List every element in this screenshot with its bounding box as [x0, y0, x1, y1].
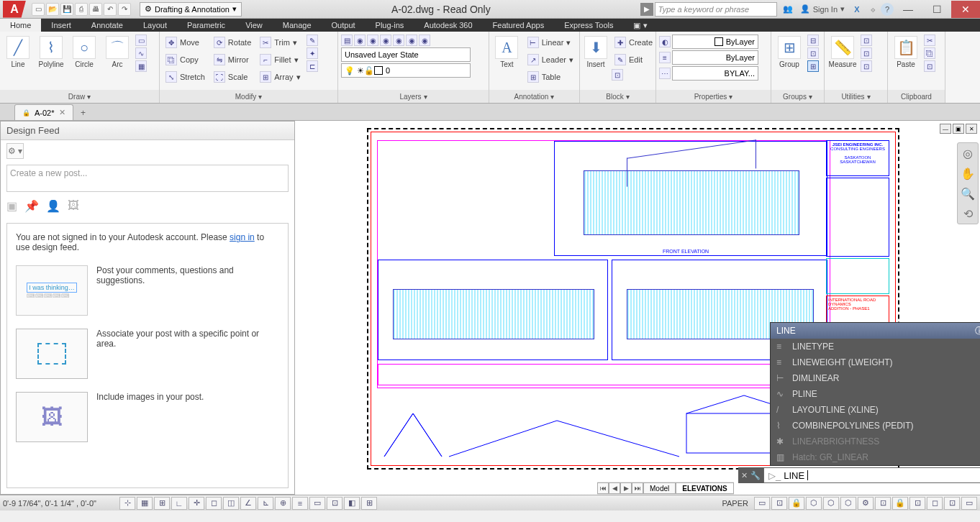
fillet-button[interactable]: ⌐Fillet ▾	[257, 52, 303, 68]
layer-icon[interactable]: ◉	[354, 35, 366, 46]
cmd-suggestion[interactable]: ⌇COMBINEPOLYLINES (PEDIT)	[771, 418, 980, 434]
cmdline-handle[interactable]: ✕🔧	[738, 467, 763, 483]
minimize-button[interactable]: —	[894, 1, 922, 18]
tpy-icon[interactable]: ▭	[309, 497, 325, 510]
vp-min-icon[interactable]: —	[940, 124, 951, 134]
grid-icon[interactable]: ⊞	[154, 497, 170, 510]
tab-autodesk360[interactable]: Autodesk 360	[414, 19, 482, 32]
stretch-button[interactable]: ⤡Stretch	[163, 69, 208, 85]
color-combo[interactable]: ByLayer	[672, 35, 758, 49]
zoom-icon[interactable]: 🔍	[958, 183, 978, 203]
drawing-viewport[interactable]: — ▣ ✕ ◎ ✋ 🔍 ⟲ FRONT ELEVATION	[295, 121, 980, 495]
tab-plugins[interactable]: Plug-ins	[366, 19, 414, 32]
sc-icon[interactable]: ◧	[344, 497, 360, 510]
help-icon[interactable]: ?	[881, 3, 894, 16]
layer-icon[interactable]: ◉	[393, 35, 404, 46]
polar-icon[interactable]: ✛	[189, 497, 204, 510]
annoscale-icon[interactable]: ⬡	[823, 497, 839, 510]
tab-manage[interactable]: Manage	[273, 19, 322, 32]
qp-icon[interactable]: ⊡	[327, 497, 342, 510]
sb-icon[interactable]: ⊡	[875, 497, 891, 510]
pan-icon[interactable]: ✋	[958, 163, 978, 183]
annoscale-icon[interactable]: ⬡	[840, 497, 856, 510]
layout-nav-next[interactable]: ▶	[620, 482, 632, 494]
layer-icon[interactable]: ◉	[419, 35, 430, 46]
group-button[interactable]: ⊞Group	[774, 35, 804, 70]
area-icon[interactable]: ▣	[6, 199, 17, 213]
tab-express-tools[interactable]: Express Tools	[554, 19, 623, 32]
new-tab-button[interactable]: +	[75, 106, 92, 120]
dyn-icon[interactable]: ⊕	[275, 497, 291, 510]
sb-icon[interactable]: 🔒	[892, 497, 908, 510]
workspace-selector[interactable]: ⚙ Drafting & Annotation ▾	[140, 2, 242, 17]
search-icon[interactable]: ▶	[640, 3, 653, 16]
vp-close-icon[interactable]: ✕	[966, 124, 977, 134]
leader-button[interactable]: ↗Leader ▾	[525, 52, 576, 68]
copy-button[interactable]: ⿻Copy	[163, 52, 208, 68]
move-button[interactable]: ✥Move	[163, 35, 208, 50]
cmd-suggestion[interactable]: /LAYOUTLINE (XLINE)	[771, 402, 980, 418]
orbit-icon[interactable]: ⟲	[958, 203, 978, 224]
copyclip-icon[interactable]: ⿻	[924, 47, 935, 59]
ungroup-icon[interactable]: ⊟	[807, 35, 819, 46]
search-input[interactable]: Type a keyword or phrase	[655, 2, 777, 17]
clip-icon[interactable]: ⊡	[924, 60, 935, 72]
tab-overflow-icon[interactable]: ▣ ▾	[623, 19, 657, 32]
close-icon[interactable]: ✕	[741, 471, 748, 480]
ortho-icon[interactable]: ∟	[171, 497, 187, 510]
exchange-icon[interactable]: X	[849, 2, 865, 17]
array-button[interactable]: ⊞Array ▾	[257, 69, 303, 85]
annoscale-icon[interactable]: ⬡	[806, 497, 822, 510]
trim-button[interactable]: ✂Trim ▾	[257, 35, 303, 50]
insert-button[interactable]: ⬇Insert	[583, 35, 609, 70]
dim-linear-button[interactable]: ⊢Linear ▾	[525, 35, 576, 50]
cmd-suggestion[interactable]: ∿PLINE	[771, 386, 980, 402]
sb-icon[interactable]: ▭	[754, 497, 770, 510]
layer-icon[interactable]: ◉	[406, 35, 417, 46]
erase-icon[interactable]: ✎	[307, 35, 318, 46]
layout-nav-first[interactable]: ⏮	[597, 482, 609, 494]
snap-icon[interactable]: ▦	[137, 497, 153, 510]
cmd-suggestion[interactable]: ≡LINETYPE	[771, 339, 980, 354]
qat-save-icon[interactable]: 💾	[60, 3, 73, 16]
pin-icon[interactable]: 📌	[24, 199, 39, 213]
circle-button[interactable]: ○Circle	[69, 35, 99, 70]
am-icon[interactable]: ⊞	[361, 497, 377, 510]
image-icon[interactable]: 🖼	[68, 199, 79, 213]
text-button[interactable]: AText	[492, 35, 522, 70]
hw-icon[interactable]: ⊡	[909, 497, 925, 510]
util-icon[interactable]: ⊡	[861, 60, 872, 72]
infer-icon[interactable]: ⊹	[119, 497, 135, 510]
hatch-icon[interactable]: ▦	[135, 60, 147, 72]
explode-icon[interactable]: ✦	[307, 47, 318, 59]
file-tab[interactable]: 🔒 A-02* ✕	[14, 104, 73, 120]
infocenter-icon[interactable]: 👥	[780, 2, 796, 17]
block-attr-icon[interactable]: ⊡	[612, 69, 623, 81]
scale-button[interactable]: ⛶Scale	[211, 69, 254, 85]
spline-icon[interactable]: ∿	[135, 47, 147, 59]
qat-saveas-icon[interactable]: ⎙	[75, 3, 88, 16]
match-icon[interactable]: ◐	[659, 36, 671, 47]
maximize-button[interactable]: ☐	[922, 1, 951, 18]
qat-redo-icon[interactable]: ↷	[118, 3, 131, 16]
rect-icon[interactable]: ▭	[135, 35, 147, 46]
linetype-combo[interactable]: BYLAY...	[672, 66, 758, 81]
space-indicator[interactable]: PAPER	[718, 499, 753, 508]
cmd-help-icons[interactable]: ⓘ ⚙	[975, 325, 980, 337]
tab-layout[interactable]: Layout	[133, 19, 177, 32]
layer-icon[interactable]: ◉	[367, 35, 378, 46]
app-icon[interactable]: A	[3, 1, 26, 18]
layerprop-icon[interactable]: ▤	[341, 35, 353, 46]
layer-icon[interactable]: ◉	[380, 35, 391, 46]
cmd-suggestion-var[interactable]: ✱LINEARBRIGHTNESS+	[771, 434, 980, 449]
tab-annotate[interactable]: Annotate	[81, 19, 133, 32]
signin-button[interactable]: 👤Sign In▾	[796, 4, 849, 14]
stay-connected-icon[interactable]: ⟐	[865, 2, 881, 17]
line-button[interactable]: ╱Line	[3, 35, 33, 70]
cmd-suggestion[interactable]: ⊢DIMLINEAR	[771, 370, 980, 386]
lineweight-combo[interactable]: ByLayer	[672, 50, 758, 65]
polyline-button[interactable]: ⌇Polyline	[36, 35, 66, 70]
annoscale-icon[interactable]: 🔒	[789, 497, 804, 510]
close-button[interactable]: ✕	[951, 1, 980, 18]
layer-state-combo[interactable]: Unsaved Layer State	[341, 47, 471, 62]
